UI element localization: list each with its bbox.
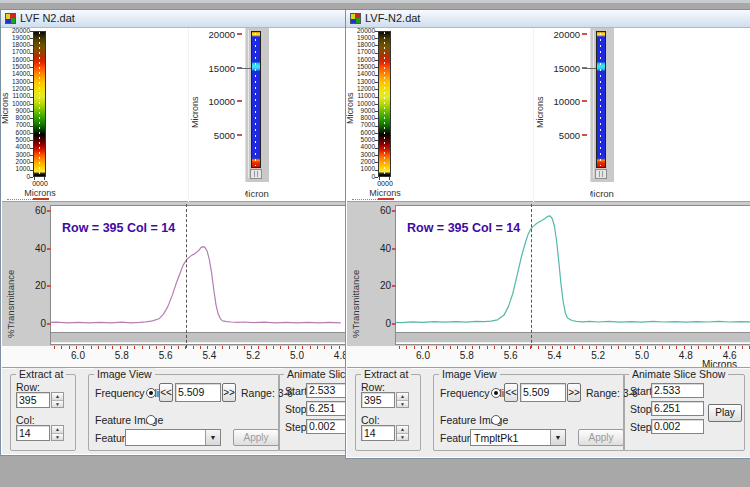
- desktop: LVF N2.dat Microns 0000 Microns Microns …: [0, 0, 750, 487]
- image-view-title: Image View: [94, 368, 155, 380]
- chevron-down-icon[interactable]: ▼: [205, 430, 220, 445]
- spectrum-ytick-label: 0: [20, 318, 46, 329]
- play-button[interactable]: Play: [708, 404, 742, 422]
- slice-prev-button[interactable]: <<: [504, 383, 518, 402]
- title-bar[interactable]: LVF-N2.dat: [346, 10, 750, 28]
- spectrum-minor-tick: [193, 346, 194, 349]
- frequency-cursor-line[interactable]: [186, 204, 187, 348]
- spectrum-minor-tick: [112, 346, 113, 349]
- window-lvf-n2-dash[interactable]: LVF-N2.dat Microns 0000 Microns Microns …: [345, 9, 750, 459]
- colorbar-cursor-dashes: [39, 32, 40, 176]
- spectrum-minor-tick: [105, 346, 106, 349]
- spectrum-ytick-label: 20: [365, 280, 391, 291]
- spectrum-minor-tick: [98, 346, 99, 349]
- colorbar-tick-label: 2000: [2, 158, 30, 165]
- spectrum-minor-tick: [171, 346, 172, 349]
- spectrum-minor-tick: [494, 346, 495, 349]
- colorbar-tick: [375, 97, 378, 98]
- col-input[interactable]: 14: [16, 425, 50, 441]
- step-input[interactable]: 0.002: [651, 419, 704, 434]
- spectrum-minor-tick: [472, 346, 473, 349]
- colorbar-tick: [375, 75, 378, 76]
- row-input[interactable]: 395: [361, 392, 395, 408]
- pane-separator: [533, 28, 534, 202]
- colorbar-tick-label: 11000: [347, 92, 375, 99]
- frequency-slice-image[interactable]: [596, 31, 606, 168]
- colorbar-tick: [375, 60, 378, 61]
- feature-image-radio[interactable]: [146, 415, 156, 425]
- spectrum-minor-tick: [509, 346, 510, 349]
- frequency-slice-radio[interactable]: [146, 388, 156, 398]
- spectrum-minor-tick: [720, 346, 721, 349]
- frequency-cursor-line[interactable]: [531, 204, 532, 348]
- apply-button[interactable]: Apply: [578, 429, 624, 446]
- colorbar-tick: [30, 118, 33, 119]
- frequency-value-input[interactable]: 5.509: [520, 383, 566, 402]
- row-input[interactable]: 395: [16, 392, 50, 408]
- image-x-label-clipped: Microns: [590, 188, 614, 200]
- stop-input[interactable]: 6.251: [306, 401, 348, 416]
- slice-next-button[interactable]: >>: [222, 383, 236, 402]
- colorbar-tick: [30, 155, 33, 156]
- image-slider-thumb[interactable]: [595, 169, 607, 179]
- col-stepper[interactable]: ▲▼: [51, 425, 64, 441]
- col-input[interactable]: 14: [361, 425, 395, 441]
- spectrum-horizontal-scrollbar[interactable]: [51, 332, 348, 343]
- title-bar[interactable]: LVF N2.dat: [1, 10, 347, 28]
- slice-prev-button[interactable]: <<: [159, 383, 173, 402]
- start-input[interactable]: 2.533: [651, 383, 704, 398]
- colorbar-tick: [30, 162, 33, 163]
- frequency-value-input[interactable]: 5.509: [175, 383, 221, 402]
- feature-image-radio[interactable]: [491, 415, 501, 425]
- spectrum-minor-tick: [662, 346, 663, 349]
- colorbar-tick-label: 9000: [2, 107, 30, 114]
- colorbar-tick: [375, 140, 378, 141]
- spectrum-minor-tick: [251, 346, 252, 349]
- image-ytick: [237, 33, 242, 35]
- window-lvf-n2[interactable]: LVF N2.dat Microns 0000 Microns Microns …: [0, 9, 348, 456]
- spectrum-ytick-label: 40: [20, 243, 46, 254]
- spectrum-xtick-label: 4.8: [671, 350, 701, 361]
- spectrum-minor-tick: [479, 346, 480, 349]
- spectrum-ytick: [392, 248, 396, 250]
- colorbar-tick-label: 1000: [2, 165, 30, 172]
- spectrum-xtick-label: 5.2: [238, 350, 268, 361]
- colorbar-tick: [30, 75, 33, 76]
- spectrum-minor-tick: [676, 346, 677, 349]
- frequency-slice-image[interactable]: [251, 31, 261, 168]
- spectrum-minor-tick: [302, 346, 303, 349]
- feature-dropdown[interactable]: TmpltPk1 ▼: [470, 429, 566, 446]
- spectrum-minor-tick: [560, 346, 561, 349]
- spectrum-minor-tick: [706, 346, 707, 349]
- row-stepper[interactable]: ▲▼: [396, 392, 409, 408]
- spectrum-minor-tick: [178, 346, 179, 349]
- image-view-group: Image View Frequency Slice << 5.509 >> R…: [433, 374, 625, 451]
- colorbar-tick-label: 20000: [347, 27, 375, 34]
- stop-input[interactable]: 6.251: [651, 401, 704, 416]
- colorbar-tick-label: 13000: [2, 78, 30, 85]
- feature-dropdown[interactable]: ▼: [125, 429, 221, 446]
- colorbar-minor-dots: [352, 199, 378, 200]
- spectrum-minor-tick: [501, 346, 502, 349]
- row-stepper[interactable]: ▲▼: [51, 392, 64, 408]
- slice-next-button[interactable]: >>: [567, 383, 581, 402]
- spectrum-minor-tick: [331, 346, 332, 349]
- colorbar-tick: [30, 170, 33, 171]
- frequency-slice-radio[interactable]: [491, 388, 501, 398]
- col-stepper[interactable]: ▲▼: [396, 425, 409, 441]
- apply-button[interactable]: Apply: [233, 429, 279, 446]
- step-input[interactable]: 0.002: [306, 419, 348, 434]
- colorbar-tick: [375, 148, 378, 149]
- chevron-down-icon[interactable]: ▼: [550, 430, 565, 445]
- image-pane: [2, 28, 348, 202]
- spectrum-horizontal-scrollbar[interactable]: [396, 332, 750, 343]
- spectrum-minor-tick: [310, 346, 311, 349]
- image-slider-thumb[interactable]: [250, 169, 262, 179]
- pane-separator: [188, 28, 189, 202]
- colorbar-minor-dots: [7, 199, 33, 200]
- start-input[interactable]: 2.533: [306, 383, 348, 398]
- spectrum-ytick: [392, 323, 396, 325]
- image-ytick-label: 5000: [198, 130, 235, 141]
- spectrum-minor-tick: [698, 346, 699, 349]
- spectrum-minor-tick: [523, 346, 524, 349]
